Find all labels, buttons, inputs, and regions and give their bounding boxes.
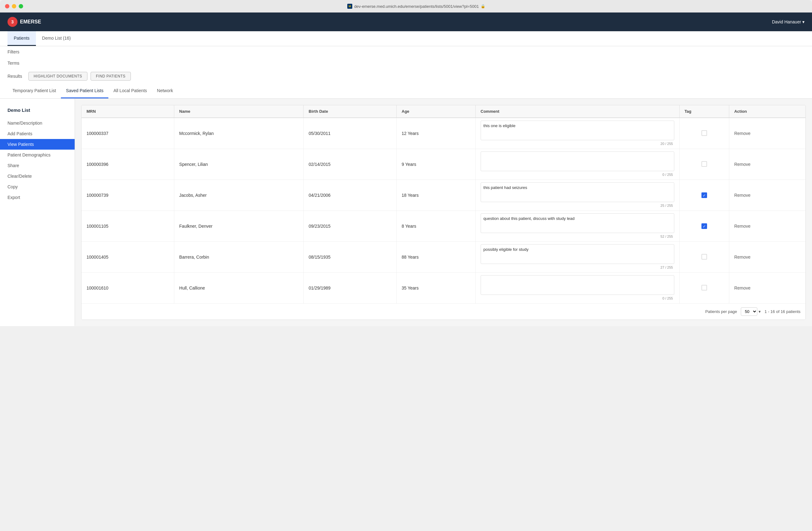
sidebar-item-copy[interactable]: Copy <box>0 182 75 192</box>
tab-patients[interactable]: Patients <box>8 31 36 46</box>
tag-checkbox[interactable] <box>701 223 707 229</box>
cell-comment[interactable]: 0 / 255 <box>475 273 679 304</box>
window-chrome: M dev-emerse.med.umich.edu/emerse/patien… <box>0 0 812 13</box>
cell-birth-date: 01/29/1989 <box>304 273 397 304</box>
nav-results[interactable]: Results HIGHLIGHT DOCUMENTS FIND PATIENT… <box>0 69 812 84</box>
pagination-range: 1 - 16 of 16 patients <box>765 309 800 314</box>
sidebar-item-patient-demographics[interactable]: Patient Demographics <box>0 149 75 160</box>
table-row: 100001610 Hull, Callione 01/29/1989 35 Y… <box>82 273 806 304</box>
cell-comment[interactable]: 0 / 255 <box>475 149 679 180</box>
cell-comment[interactable]: question about this patient, discuss wit… <box>475 211 679 242</box>
char-count: 27 / 255 <box>481 265 674 270</box>
lock-icon: 🔒 <box>481 4 485 9</box>
cell-tag <box>679 180 729 211</box>
cell-age: 12 Years <box>397 118 476 149</box>
cell-mrn: 100001405 <box>82 242 174 273</box>
comment-textarea[interactable]: question about this patient, discuss wit… <box>481 213 674 233</box>
highlight-documents-button[interactable]: HIGHLIGHT DOCUMENTS <box>28 72 87 81</box>
cell-action: Remove <box>729 273 806 304</box>
cell-action: Remove <box>729 211 806 242</box>
cell-mrn: 100001610 <box>82 273 174 304</box>
remove-button[interactable]: Remove <box>734 286 751 290</box>
cell-birth-date: 09/23/2015 <box>304 211 397 242</box>
chevron-down-icon: ▾ <box>758 309 761 314</box>
cell-mrn: 100000337 <box>82 118 174 149</box>
maximize-button[interactable] <box>19 4 23 9</box>
cell-age: 88 Years <box>397 242 476 273</box>
per-page-select[interactable]: 50 <box>741 307 757 316</box>
cell-tag <box>679 242 729 273</box>
cell-comment[interactable]: this one is eligible 20 / 255 <box>475 118 679 149</box>
col-birth-date: Birth Date <box>304 105 397 118</box>
cell-mrn: 100001105 <box>82 211 174 242</box>
col-age: Age <box>397 105 476 118</box>
cell-name: Faulkner, Denver <box>174 211 303 242</box>
col-action: Action <box>729 105 806 118</box>
cell-comment[interactable]: possibly eligible for study 27 / 255 <box>475 242 679 273</box>
app-name: EMERSE <box>20 19 41 25</box>
cell-name: Hull, Callione <box>174 273 303 304</box>
comment-textarea[interactable]: this one is eligible <box>481 120 674 140</box>
comment-textarea[interactable]: possibly eligible for study <box>481 244 674 264</box>
logo-area: 3 EMERSE <box>8 17 41 27</box>
cell-tag <box>679 149 729 180</box>
remove-button[interactable]: Remove <box>734 193 751 198</box>
cell-age: 35 Years <box>397 273 476 304</box>
remove-button[interactable]: Remove <box>734 162 751 167</box>
sidebar-item-share[interactable]: Share <box>0 160 75 171</box>
close-button[interactable] <box>5 4 9 9</box>
cell-name: Mccormick, Rylan <box>174 118 303 149</box>
tab-all-local-patients[interactable]: All Local Patients <box>108 84 152 98</box>
sidebar-item-view-patients[interactable]: View Patients <box>0 139 75 149</box>
sidebar-item-export[interactable]: Export <box>0 192 75 203</box>
comment-textarea[interactable] <box>481 152 674 171</box>
pagination: Patients per page 50 ▾ 1 - 16 of 16 pati… <box>82 303 806 319</box>
app-container: 3 EMERSE David Hanauer Patients Demo Lis… <box>0 13 812 326</box>
char-count: 25 / 255 <box>481 203 674 208</box>
tab-saved-patient-lists[interactable]: Saved Patient Lists <box>61 84 108 98</box>
find-patients-button[interactable]: FIND PATIENTS <box>90 72 131 81</box>
address-bar: M dev-emerse.med.umich.edu/emerse/patien… <box>26 4 807 9</box>
remove-button[interactable]: Remove <box>734 224 751 229</box>
sidebar-item-add-patients[interactable]: Add Patients <box>0 128 75 139</box>
table-header-row: MRN Name Birth Date Age Comment Tag Acti… <box>82 105 806 118</box>
sidebar-item-clear-delete[interactable]: Clear/Delete <box>0 171 75 182</box>
cell-mrn: 100000739 <box>82 180 174 211</box>
user-menu[interactable]: David Hanauer <box>772 19 804 24</box>
sidebar-item-name-description[interactable]: Name/Description <box>0 118 75 128</box>
remove-button[interactable]: Remove <box>734 131 751 136</box>
cell-age: 18 Years <box>397 180 476 211</box>
char-count: 0 / 255 <box>481 172 674 177</box>
tag-checkbox[interactable] <box>701 192 707 198</box>
table-row: 100000337 Mccormick, Rylan 05/30/2011 12… <box>82 118 806 149</box>
minimize-button[interactable] <box>12 4 16 9</box>
sidebar: Demo List Name/Description Add Patients … <box>0 99 75 326</box>
tag-checkbox[interactable] <box>701 285 707 290</box>
table-row: 100000739 Jacobs, Asher 04/21/2006 18 Ye… <box>82 180 806 211</box>
col-tag: Tag <box>679 105 729 118</box>
nav-filters[interactable]: Filters <box>0 46 812 57</box>
tab-temp-patient-list[interactable]: Temporary Patient List <box>8 84 61 98</box>
cell-tag <box>679 211 729 242</box>
cell-action: Remove <box>729 149 806 180</box>
cell-birth-date: 04/21/2006 <box>304 180 397 211</box>
tag-checkbox[interactable] <box>701 254 707 260</box>
tag-checkbox[interactable] <box>701 130 707 136</box>
url-text: dev-emerse.med.umich.edu/emerse/patients… <box>354 4 479 9</box>
comment-textarea[interactable] <box>481 275 674 295</box>
favicon: M <box>347 4 352 9</box>
cell-name: Barrera, Corbin <box>174 242 303 273</box>
cell-name: Spencer, Lilian <box>174 149 303 180</box>
tab-demo-list[interactable]: Demo List (16) <box>36 31 77 46</box>
nav-terms[interactable]: Terms <box>0 57 812 69</box>
cell-tag <box>679 273 729 304</box>
top-nav: 3 EMERSE David Hanauer <box>0 13 812 31</box>
tag-checkbox[interactable] <box>701 161 707 167</box>
cell-mrn: 100000396 <box>82 149 174 180</box>
patient-table: MRN Name Birth Date Age Comment Tag Acti… <box>82 105 806 303</box>
cell-comment[interactable]: this patient had seizures 25 / 255 <box>475 180 679 211</box>
comment-textarea[interactable]: this patient had seizures <box>481 183 674 202</box>
remove-button[interactable]: Remove <box>734 255 751 260</box>
col-mrn: MRN <box>82 105 174 118</box>
tab-network[interactable]: Network <box>152 84 178 98</box>
